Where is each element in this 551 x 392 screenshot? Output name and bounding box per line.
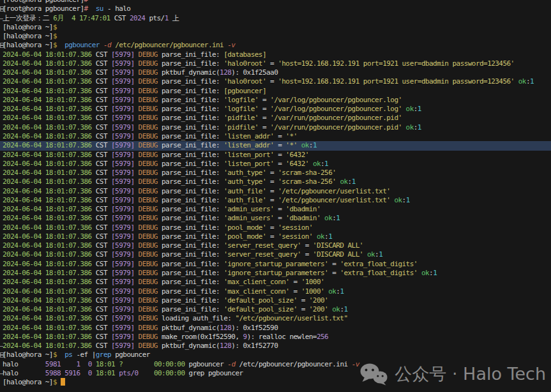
terminal-line: 2024-06-04 18:01:07.386 CST [5979] DEBUG… bbox=[0, 141, 551, 150]
terminal-text: '1000' bbox=[301, 287, 324, 296]
terminal-text: parse_ini_file: bbox=[162, 214, 223, 222]
terminal-text: CST bbox=[92, 105, 111, 113]
terminal-line: 2024-06-04 18:01:07.386 CST [5979] DEBUG… bbox=[0, 314, 551, 323]
terminal-text bbox=[61, 360, 76, 368]
terminal-line: 2024-06-04 18:01:07.386 CST [5979] DEBUG… bbox=[0, 50, 551, 59]
terminal-text: 18:01 bbox=[96, 360, 115, 368]
terminal-text: DEBUG bbox=[139, 50, 158, 59]
terminal-text: = bbox=[266, 77, 278, 86]
terminal-text: DEBUG bbox=[139, 241, 158, 250]
terminal-text: parse_ini_file: bbox=[162, 287, 223, 296]
terminal-text: 'max_client_conn' bbox=[223, 287, 289, 296]
terminal-text: 'default_pool_size' bbox=[223, 296, 297, 305]
command-marker-icon bbox=[0, 352, 4, 358]
terminal-text: 'pidfile' bbox=[223, 114, 259, 122]
terminal-text: CST bbox=[92, 305, 111, 313]
terminal-text: '/var/log/pgbouncer/pgbouncer.log' bbox=[270, 105, 402, 113]
terminal-text: [5979] bbox=[111, 296, 134, 305]
terminal-text: 'scram-sha-256' bbox=[278, 177, 336, 186]
terminal-text: CST bbox=[92, 342, 111, 350]
terminal-text: DEBUG bbox=[139, 68, 158, 77]
terminal-text: CST bbox=[92, 287, 111, 296]
terminal-text: pgbouncer bbox=[111, 351, 150, 359]
terminal-text bbox=[80, 369, 87, 377]
terminal-text: 1 bbox=[379, 250, 382, 259]
terminal-text: # bbox=[84, 0, 88, 4]
terminal-text: [5979] bbox=[111, 141, 134, 149]
terminal-text: 'default_pool_size' bbox=[223, 305, 297, 313]
terminal-text bbox=[18, 369, 45, 377]
terminal-text: 2024-06-04 18:01:07.386 bbox=[3, 250, 92, 259]
terminal-text: CST bbox=[92, 87, 111, 95]
terminal-text: 5988 bbox=[45, 369, 61, 377]
terminal-text: 2024-06-04 18:01:07.386 bbox=[3, 160, 92, 168]
terminal-text: 2024-06-04 18:01:07.386 bbox=[3, 241, 92, 250]
terminal-text bbox=[123, 360, 154, 368]
terminal-text: -v bbox=[352, 360, 359, 368]
terminal-text: 2024-06-04 18:01:07.386 bbox=[3, 187, 92, 195]
terminal-line: halo 5981 1 0 18:01 ? 00:00:00 pgbouncer… bbox=[0, 360, 551, 369]
terminal-text: CST bbox=[92, 169, 111, 177]
terminal-text: 2024-06-04 18:01:07.386 bbox=[3, 324, 92, 332]
terminal-text: CST bbox=[92, 241, 111, 250]
terminal-text: 2024-06-04 18:01:07.386 bbox=[3, 342, 92, 350]
terminal-text: 2024-06-04 18:01:07.386 bbox=[3, 68, 92, 77]
terminal-text: 1 bbox=[313, 141, 317, 149]
terminal-text: 2024-06-04 18:01:07.386 bbox=[3, 141, 92, 149]
terminal-text: 'listen_port' bbox=[223, 151, 274, 159]
terminal-text: DEBUG bbox=[139, 160, 158, 168]
terminal-line: 2024-06-04 18:01:07.386 CST [5979] DEBUG… bbox=[0, 214, 551, 223]
output-marker-icon bbox=[0, 346, 3, 347]
terminal-text: DEBUG bbox=[139, 77, 158, 86]
terminal-line: 2024-06-04 18:01:07.386 CST [5979] DEBUG… bbox=[0, 105, 551, 114]
terminal-text: $ bbox=[53, 378, 61, 386]
terminal-text: '200' bbox=[309, 296, 328, 305]
terminal-line: [halo@hora ~]$ bbox=[0, 378, 551, 387]
terminal-text: pts/0 bbox=[119, 369, 138, 377]
terminal-text: parse_ini_file: bbox=[162, 77, 223, 86]
terminal-text: = bbox=[301, 250, 313, 259]
terminal-line: halo 5988 5916 0 18:01 pts/0 00:00:00 gr… bbox=[0, 369, 551, 378]
terminal-text: DEBUG bbox=[139, 169, 158, 177]
terminal-text: = bbox=[266, 169, 278, 177]
terminal-text: CST bbox=[92, 214, 111, 222]
terminal-text: ok bbox=[313, 160, 321, 168]
terminal-text: 1 bbox=[352, 177, 356, 186]
terminal-text: [5979] bbox=[111, 314, 134, 322]
terminal-text: parse_ini_file: bbox=[162, 123, 223, 132]
terminal-text: 128 bbox=[220, 68, 231, 77]
terminal-text: 5916 bbox=[64, 369, 80, 377]
terminal-line: 2024-06-04 18:01:07.386 CST [5979] DEBUG… bbox=[0, 232, 551, 241]
cursor-block bbox=[61, 378, 65, 386]
terminal-text: [5979] bbox=[111, 187, 134, 195]
terminal-text: 2024-06-04 18:01:07.386 bbox=[3, 287, 92, 296]
terminal-text: [pgbouncer] bbox=[223, 87, 266, 95]
terminal-text: = bbox=[266, 196, 278, 204]
terminal-text: = bbox=[266, 187, 278, 195]
terminal-text: DEBUG bbox=[139, 105, 158, 113]
terminal-line: [halo@hora ~]$ bbox=[0, 32, 551, 41]
terminal-text: parse_ini_file: bbox=[162, 305, 223, 313]
terminal-output[interactable]: [root@hora pgbouncer]#[root@hora pgbounc… bbox=[0, 0, 551, 387]
terminal-text: 'listen_port' bbox=[223, 160, 274, 168]
terminal-text: 18:01 bbox=[96, 369, 115, 377]
terminal-text: pktbuf_dynamic( bbox=[162, 342, 220, 350]
terminal-text: = bbox=[328, 260, 340, 268]
terminal-text: DEBUG bbox=[139, 196, 158, 204]
terminal-text: 2024-06-04 18:01:07.386 bbox=[3, 269, 92, 277]
terminal-text: 'logfile' bbox=[223, 105, 259, 113]
terminal-text: 2024-06-04 18:01:07.386 bbox=[3, 59, 92, 68]
terminal-text: 1 bbox=[418, 123, 421, 132]
terminal-text: ): 0x1f25aa0 bbox=[231, 68, 278, 77]
terminal-text: DEBUG bbox=[139, 278, 158, 286]
terminal-text: CST bbox=[92, 114, 111, 122]
terminal-text: 'listen_addr' bbox=[223, 132, 274, 140]
terminal-text: 1 bbox=[336, 214, 340, 222]
terminal-text: [5979] bbox=[111, 241, 134, 250]
terminal-text: [5979] bbox=[111, 333, 134, 341]
terminal-text: 2024-06-04 18:01:07.386 bbox=[3, 314, 92, 322]
terminal-line: [root@hora pgbouncer]# bbox=[0, 0, 551, 4]
output-marker-icon bbox=[0, 19, 3, 19]
terminal-text: parse_ini_file: bbox=[162, 260, 223, 268]
terminal-text: CST bbox=[92, 177, 111, 186]
